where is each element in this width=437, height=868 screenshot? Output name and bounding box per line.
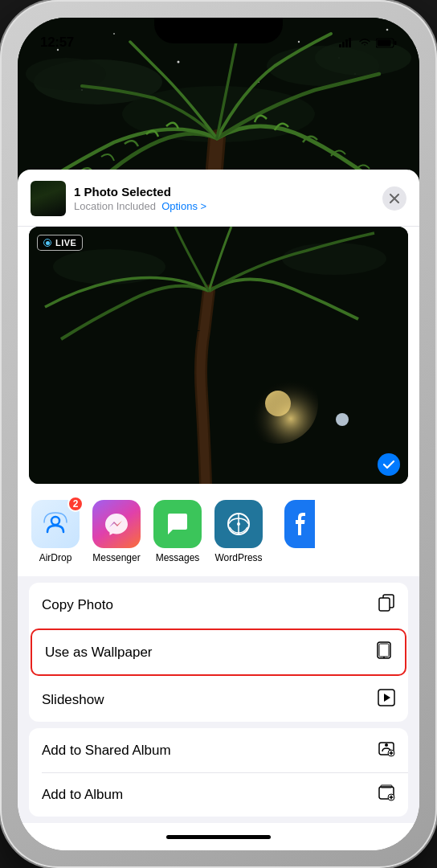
notch	[154, 18, 283, 43]
live-dot	[43, 239, 51, 247]
messages-symbol	[164, 510, 191, 538]
app-item-airdrop[interactable]: 2 AirDrop	[29, 500, 82, 563]
signal-icon	[339, 38, 353, 47]
phone-frame: 12:57	[0, 0, 437, 868]
checkmark-icon	[383, 461, 394, 469]
airdrop-badge: 2	[67, 496, 84, 512]
svg-point-31	[238, 363, 318, 444]
wifi-icon	[358, 38, 371, 47]
copy-photo-label: Copy Photo	[42, 597, 113, 613]
share-sheet: 1 Photo Selected Location Included Optio…	[18, 90, 419, 850]
wordpress-icon	[214, 500, 263, 548]
messenger-symbol	[103, 510, 130, 538]
live-text: LIVE	[55, 238, 76, 248]
ios-screen: 12:57	[18, 18, 419, 850]
svg-rect-5	[378, 39, 391, 46]
phone-screen: 12:57	[18, 18, 419, 850]
app-item-messages[interactable]: Messages	[151, 500, 204, 563]
svg-rect-6	[394, 41, 397, 45]
action-list: Copy Photo	[18, 576, 419, 823]
messenger-icon	[92, 500, 141, 548]
share-subtitle: Location Included Options >	[74, 200, 374, 212]
svg-rect-41	[379, 644, 389, 657]
slideshow-label: Slideshow	[42, 692, 104, 708]
use-as-wallpaper-item[interactable]: Use as Wallpaper	[31, 628, 406, 676]
use-as-wallpaper-label: Use as Wallpaper	[45, 645, 153, 661]
copy-icon	[378, 594, 395, 612]
share-header: 1 Photo Selected Location Included Optio…	[18, 170, 419, 227]
wordpress-label: WordPress	[214, 552, 262, 563]
add-to-album-icon	[378, 784, 395, 805]
album-icon	[378, 784, 395, 801]
add-shared-album-item[interactable]: Add to Shared Album	[29, 728, 408, 772]
svg-rect-0	[339, 44, 341, 47]
share-card: 1 Photo Selected Location Included Optio…	[18, 170, 419, 850]
share-title-block: 1 Photo Selected Location Included Optio…	[74, 185, 374, 212]
app-item-messenger[interactable]: Messenger	[90, 500, 143, 563]
action-section-2: Add to Shared Album	[29, 728, 408, 817]
play-icon	[378, 689, 395, 706]
preview-image	[29, 227, 408, 484]
facebook-icon	[284, 500, 315, 548]
airdrop-label: AirDrop	[39, 552, 72, 563]
slideshow-icon	[378, 689, 395, 710]
options-link[interactable]: Options >	[161, 200, 206, 212]
svg-point-32	[53, 249, 165, 285]
svg-point-42	[383, 657, 385, 658]
share-title: 1 Photo Selected	[74, 185, 374, 199]
svg-rect-1	[342, 42, 345, 47]
app-item-facebook[interactable]	[273, 500, 326, 563]
add-to-album-item[interactable]: Add to Album	[29, 772, 408, 817]
photo-preview: LIVE	[29, 227, 408, 484]
selected-check-badge	[378, 453, 400, 476]
copy-photo-item[interactable]: Copy Photo	[29, 583, 408, 627]
status-icons	[339, 38, 397, 48]
add-shared-album-label: Add to Shared Album	[42, 743, 171, 759]
add-shared-album-icon	[378, 739, 395, 761]
facebook-symbol	[290, 510, 309, 538]
battery-icon	[376, 38, 397, 48]
shared-album-icon	[378, 739, 395, 757]
slideshow-item[interactable]: Slideshow	[29, 678, 408, 722]
wallpaper-icon	[376, 641, 392, 659]
airdrop-symbol	[41, 510, 70, 538]
svg-point-33	[282, 243, 386, 275]
location-text: Location Included	[74, 200, 156, 212]
svg-point-34	[51, 517, 59, 525]
app-icons-row: 2 AirDrop	[18, 493, 419, 576]
messages-label: Messages	[156, 552, 200, 563]
svg-point-46	[385, 743, 388, 747]
messenger-label: Messenger	[92, 552, 140, 563]
action-section-1: Copy Photo	[29, 583, 408, 722]
use-as-wallpaper-icon	[376, 641, 392, 663]
svg-point-19	[26, 58, 106, 90]
home-indicator	[18, 823, 419, 850]
messages-icon	[153, 500, 202, 548]
copy-photo-icon	[378, 594, 395, 616]
wordpress-symbol	[225, 510, 252, 538]
home-bar	[166, 835, 271, 839]
svg-marker-44	[384, 694, 390, 702]
svg-point-10	[178, 61, 180, 63]
share-close-button[interactable]	[382, 186, 406, 211]
status-time: 12:57	[40, 35, 74, 51]
airdrop-icon: 2	[31, 500, 80, 548]
svg-point-30	[336, 413, 349, 426]
svg-rect-2	[345, 39, 348, 47]
close-icon	[390, 194, 399, 203]
app-item-wordpress[interactable]: WordPress	[212, 500, 265, 563]
svg-rect-3	[349, 38, 351, 47]
live-badge: LIVE	[37, 235, 83, 251]
photo-thumbnail	[31, 181, 66, 216]
svg-rect-39	[379, 598, 390, 611]
add-to-album-label: Add to Album	[42, 787, 123, 803]
